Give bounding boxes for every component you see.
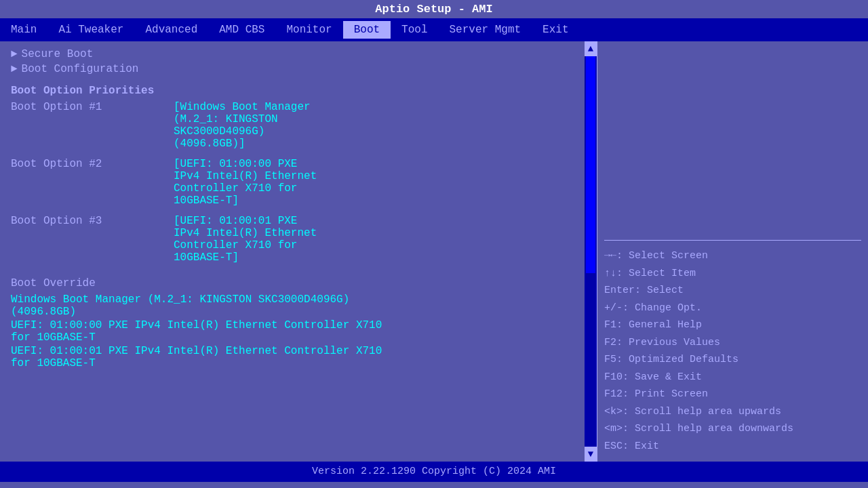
- help-change-opt: +/-: Change Opt.: [604, 300, 861, 317]
- footer: Version 2.22.1290 Copyright (C) 2024 AMI: [0, 462, 868, 482]
- nav-item-exit[interactable]: Exit: [532, 21, 579, 39]
- boot-option-3-label: Boot Option #3: [11, 215, 174, 264]
- nav-bar: MainAi TweakerAdvancedAMD CBSMonitorBoot…: [0, 18, 868, 41]
- scroll-down-arrow[interactable]: ▼: [585, 447, 597, 462]
- boot-option-priorities-title: Boot Option Priorities: [11, 85, 578, 97]
- footer-text: Version 2.22.1290 Copyright (C) 2024 AMI: [312, 466, 556, 477]
- nav-item-boot[interactable]: Boot: [343, 21, 391, 39]
- nav-item-tool[interactable]: Tool: [391, 21, 438, 39]
- help-enter-select: Enter: Select: [604, 282, 861, 300]
- help-divider: [604, 240, 861, 241]
- boot-config-label: Boot Configuration: [22, 63, 139, 75]
- title-bar: Aptio Setup - AMI: [0, 0, 868, 18]
- help-f1: F1: General Help: [604, 317, 861, 334]
- right-panel: →←: Select Screen ↑↓: Select Item Enter:…: [597, 41, 868, 462]
- boot-override-item-2[interactable]: UEFI: 01:00:00 PXE IPv4 Intel(R) Etherne…: [11, 319, 578, 344]
- menu-item-boot-config[interactable]: ► Boot Configuration: [11, 63, 578, 75]
- help-select-item: ↑↓: Select Item: [604, 265, 861, 283]
- help-f10: F10: Save & Exit: [604, 369, 861, 386]
- nav-item-amd-cbs[interactable]: AMD CBS: [208, 21, 275, 39]
- arrow-icon: ►: [11, 63, 18, 75]
- scroll-track: [586, 56, 595, 447]
- help-f5: F5: Optimized Defaults: [604, 351, 861, 369]
- nav-item-monitor[interactable]: Monitor: [275, 21, 342, 39]
- secure-boot-label: Secure Boot: [22, 48, 94, 60]
- boot-option-1-value: [Windows Boot Manager(M.2_1: KINGSTONSKC…: [174, 101, 578, 150]
- nav-item-ai-tweaker[interactable]: Ai Tweaker: [47, 21, 134, 39]
- menu-item-secure-boot[interactable]: ► Secure Boot: [11, 48, 578, 60]
- help-f2: F2: Previous Values: [604, 334, 861, 352]
- nav-item-advanced[interactable]: Advanced: [134, 21, 208, 39]
- boot-option-2-value: [UEFI: 01:00:00 PXEIPv4 Intel(R) Etherne…: [174, 158, 578, 207]
- scroll-thumb[interactable]: [586, 56, 595, 273]
- nav-item-main[interactable]: Main: [0, 21, 47, 39]
- help-esc: ESC: Exit: [604, 438, 861, 455]
- main-content: ► Secure Boot ► Boot Configuration Boot …: [0, 41, 868, 462]
- boot-option-2-row: Boot Option #2 [UEFI: 01:00:00 PXEIPv4 I…: [11, 158, 578, 207]
- help-m: <m>: Scroll help area downwards: [604, 420, 861, 438]
- boot-option-2-label: Boot Option #2: [11, 158, 174, 207]
- boot-override-item-1[interactable]: Windows Boot Manager (M.2_1: KINGSTON SK…: [11, 293, 578, 318]
- boot-option-3-value: [UEFI: 01:00:01 PXEIPv4 Intel(R) Etherne…: [174, 215, 578, 264]
- left-panel: ► Secure Boot ► Boot Configuration Boot …: [0, 41, 585, 462]
- nav-item-server-mgmt[interactable]: Server Mgmt: [438, 21, 532, 39]
- key-help-section: →←: Select Screen ↑↓: Select Item Enter:…: [604, 247, 861, 455]
- help-k: <k>: Scroll help area upwards: [604, 403, 861, 421]
- scrollbar: ▲ ▼: [585, 41, 597, 462]
- boot-override-section: Boot Override Windows Boot Manager (M.2_…: [11, 277, 578, 369]
- scroll-up-arrow[interactable]: ▲: [585, 41, 597, 56]
- boot-option-1-label: Boot Option #1: [11, 101, 174, 150]
- help-select-screen: →←: Select Screen: [604, 247, 861, 265]
- boot-option-3-row: Boot Option #3 [UEFI: 01:00:01 PXEIPv4 I…: [11, 215, 578, 264]
- help-f12: F12: Print Screen: [604, 386, 861, 403]
- boot-override-title: Boot Override: [11, 277, 578, 289]
- boot-option-1-row: Boot Option #1 [Windows Boot Manager(M.2…: [11, 101, 578, 150]
- arrow-icon: ►: [11, 48, 18, 60]
- app-title: Aptio Setup - AMI: [375, 3, 492, 16]
- boot-override-item-3[interactable]: UEFI: 01:00:01 PXE IPv4 Intel(R) Etherne…: [11, 345, 578, 369]
